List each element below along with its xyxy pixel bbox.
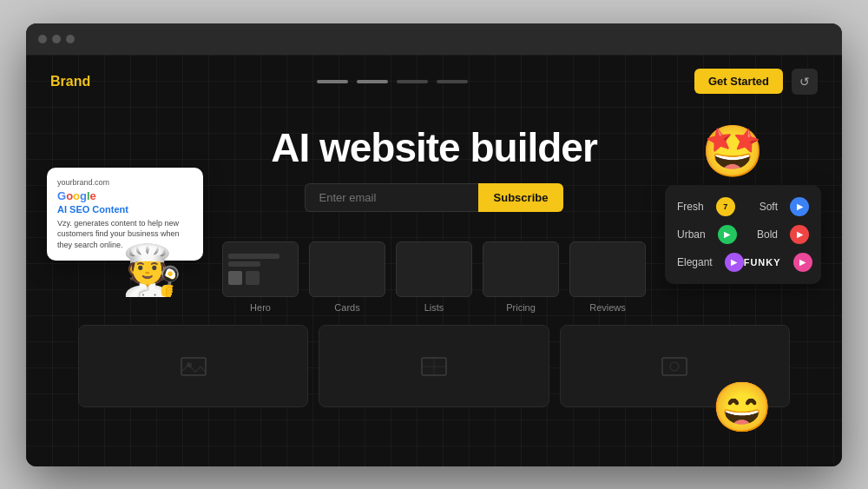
subscribe-button[interactable]: Subscribe [478,183,564,212]
component-label-hero: Hero [250,302,271,313]
image-placeholder-icon-3 [661,353,688,380]
component-thumb-pricing [483,241,559,297]
browser-dot-red [38,35,47,43]
browser-chrome [26,23,842,55]
bottom-grid [26,313,842,420]
style-label-bold: Bold [757,228,778,241]
bottom-cell-1 [78,325,308,407]
style-label-funky: FUNKY [744,257,781,268]
style-badge-urban[interactable]: ▶ [718,225,737,244]
thumb-cards-layout [342,245,353,294]
fc-url: yourbrand.com [57,178,193,187]
get-started-button[interactable]: Get Started [694,69,783,94]
fc-desc: Vzy. generates content to help new custo… [57,218,193,251]
component-item-lists[interactable]: Lists [396,241,472,313]
hero-title: AI website builder [26,126,842,170]
svg-rect-0 [181,358,206,375]
component-label-lists: Lists [424,302,444,313]
user-icon-button[interactable]: ↺ [792,69,818,95]
thumb-reviews-layout [601,245,615,294]
component-item-reviews[interactable]: Reviews [569,241,646,313]
nav-dot-3 [397,80,428,83]
nav-dot-2 [357,80,388,83]
style-pair-3b: FUNKY ▶ [744,253,812,272]
floating-card-right: Fresh 7 Soft ▶ Urban ▶ Bold ▶ [665,185,821,284]
browser-window: Brand Get Started ↺ AI website builder S… [26,23,842,466]
style-label-soft: Soft [760,201,778,213]
fc-google-logo: Google [57,189,193,202]
style-row-fresh-soft: Fresh 7 Soft ▶ [677,197,809,216]
component-thumb-lists [396,241,472,297]
style-badge-soft[interactable]: ▶ [790,197,809,216]
style-pair-3: Elegant ▶ [677,253,744,272]
svg-point-6 [670,362,679,371]
style-row-urban-bold: Urban ▶ Bold ▶ [677,225,809,244]
thumb-pricing-layout [514,245,528,294]
style-row-elegant-funky: Elegant ▶ FUNKY ▶ [677,253,809,272]
image-placeholder-icon-1 [180,353,207,380]
style-pair-2: Urban ▶ [677,225,737,244]
component-item-cards[interactable]: Cards [309,241,385,313]
style-pair-2b: Bold ▶ [757,225,809,244]
style-badge-fresh[interactable]: 7 [716,197,735,216]
fc-title: AI SEO Content [57,204,193,215]
image-placeholder-icon-2 [420,353,448,380]
brand-logo[interactable]: Brand [50,74,90,89]
component-item-hero[interactable]: Hero [222,241,299,313]
component-thumb-cards [309,241,385,297]
style-badge-elegant[interactable]: ▶ [725,253,744,272]
style-pair-1b: Soft ▶ [760,197,809,216]
nav-dot-4 [437,80,468,83]
style-label-fresh: Fresh [677,201,704,213]
nav-actions: Get Started ↺ [694,69,818,95]
svg-rect-5 [662,358,687,375]
component-label-cards: Cards [334,302,359,313]
thumb-hero-layout [223,248,298,290]
thumb-lists-layout [429,244,439,295]
style-label-elegant: Elegant [677,256,713,268]
component-label-pricing: Pricing [506,302,536,313]
component-thumb-reviews [569,241,646,297]
browser-dot-yellow [52,35,61,43]
browser-content: Brand Get Started ↺ AI website builder S… [26,55,842,466]
bottom-cell-3 [560,325,790,407]
component-label-reviews: Reviews [589,302,626,313]
style-pair-1: Fresh 7 [677,197,735,216]
email-input[interactable] [305,183,478,212]
style-badge-funky[interactable]: ▶ [793,253,812,272]
component-item-pricing[interactable]: Pricing [483,241,559,313]
style-label-urban: Urban [677,228,706,241]
browser-dot-green [66,35,75,43]
bottom-cell-2 [319,325,549,407]
nav-dot-1 [317,80,348,83]
nav-dots [317,80,468,83]
component-thumb-hero [222,241,299,297]
floating-card-left: yourbrand.com Google AI SEO Content Vzy.… [47,168,203,261]
style-badge-bold[interactable]: ▶ [790,225,809,244]
navbar: Brand Get Started ↺ [26,55,842,109]
